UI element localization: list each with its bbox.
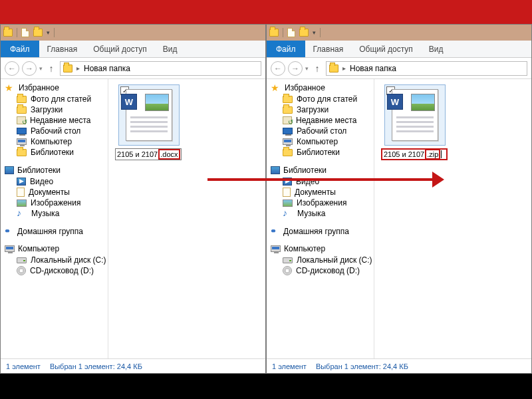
tab-file[interactable]: Файл [267,41,305,57]
filename-extension: .zip [425,149,440,160]
breadcrumb-current[interactable]: Новая папка [350,64,396,73]
sidebar-item-pictures[interactable]: Изображения [5,198,105,208]
forward-button[interactable]: → [288,61,303,76]
word-document-icon: W [392,89,438,141]
ribbon-tabs: Файл Главная Общий доступ Вид [267,41,531,58]
sidebar-item-libraries-fav[interactable]: Библиотеки [5,147,105,158]
sidebar-item-recent[interactable]: Недавние места [5,115,105,126]
sidebar-item-downloads[interactable]: Загрузки [5,104,105,115]
rename-input[interactable]: 2105 и 2107 .docx [115,148,182,160]
sidebar-item-photos[interactable]: Фото для статей [5,94,105,104]
sidebar-item-libraries-fav[interactable]: Библиотеки [271,147,371,158]
file-item-selected[interactable]: ✓ W 2105 и 2107 .docx [115,84,183,160]
sidebar-item-label: Локальный диск (C:) [297,255,372,265]
sidebar-item-desktop[interactable]: Рабочий стол [271,126,371,136]
annotation-arrow [207,178,436,181]
text-caret [441,150,442,158]
history-dropdown-icon[interactable]: ▾ [305,65,309,72]
sidebar-item-label: Рабочий стол [31,126,80,136]
sidebar-item-photos[interactable]: Фото для статей [271,94,371,104]
sidebar-item-label: Локальный диск (C:) [31,255,106,265]
breadcrumb-current[interactable]: Новая папка [84,64,130,73]
sidebar-item-label: Рабочий стол [297,126,346,136]
drive-icon [283,257,293,263]
sidebar-item-music[interactable]: Музыка [271,208,371,219]
sidebar-item-music[interactable]: Музыка [5,208,105,219]
sidebar-item-computer-fav[interactable]: Компьютер [271,136,371,147]
sidebar-item-drive-c[interactable]: Локальный диск (C:) [271,255,371,265]
title-bar[interactable]: ▾ [267,25,531,41]
sidebar-item-computer-fav[interactable]: Компьютер [5,136,105,147]
annotation-red-band [0,0,532,24]
file-thumbnail[interactable]: ✓ W [384,84,446,146]
sidebar-item-drive-c[interactable]: Локальный диск (C:) [5,255,105,265]
address-bar[interactable]: ▸ Новая папка [60,61,261,76]
sidebar-item-label: Компьютер [31,137,72,146]
up-button[interactable]: ↑ [311,63,323,74]
sidebar-item-videos[interactable]: Видео [5,176,105,187]
properties-icon[interactable] [21,28,29,37]
libraries-icon [5,166,14,174]
libraries-icon [17,149,27,156]
sidebar-item-recent[interactable]: Недавние места [271,115,371,126]
letterbox-bottom [0,374,532,399]
file-list-pane[interactable]: ✓ W 2105 и 2107 .zip [374,79,531,358]
history-dropdown-icon[interactable]: ▾ [39,65,43,72]
qat-dropdown-icon[interactable]: ▾ [47,29,50,36]
chevron-right-icon[interactable]: ▸ [342,65,346,72]
back-button[interactable]: ← [271,61,285,76]
recent-icon [283,116,292,124]
folder-icon [283,96,293,103]
sidebar-item-label: Музыка [297,209,325,218]
up-button[interactable]: ↑ [45,63,57,74]
group-computer[interactable]: Компьютер [284,244,325,253]
tab-home[interactable]: Главная [305,41,352,57]
tab-home[interactable]: Главная [39,41,86,57]
sidebar-item-documents[interactable]: Документы [271,187,371,198]
chevron-right-icon[interactable]: ▸ [76,65,80,72]
rename-input[interactable]: 2105 и 2107 .zip [381,148,448,160]
folder-icon [329,65,338,72]
status-bar: 1 элемент Выбран 1 элемент: 24,4 КБ [267,358,531,373]
navigation-pane[interactable]: ★Избранное Фото для статей Загрузки Неда… [1,79,108,358]
group-libraries[interactable]: Библиотеки [17,166,61,175]
sidebar-item-documents[interactable]: Документы [5,187,105,198]
group-computer[interactable]: Компьютер [18,244,59,253]
sidebar-item-downloads[interactable]: Загрузки [271,104,371,115]
file-list-pane[interactable]: ✓ W 2105 и 2107 .docx [108,79,265,358]
sidebar-item-drive-d[interactable]: CD-дисковод (D:) [5,265,105,276]
file-thumbnail[interactable]: ✓ W [118,84,180,146]
tab-share[interactable]: Общий доступ [351,41,421,57]
group-favorites[interactable]: Избранное [19,83,59,92]
group-homegroup[interactable]: Домашняя группа [17,227,83,236]
back-button[interactable]: ← [5,61,19,76]
properties-icon[interactable] [287,28,295,37]
video-icon [17,178,26,186]
address-bar[interactable]: ▸ Новая папка [326,61,527,76]
folder-icon [17,106,27,114]
file-item-selected[interactable]: ✓ W 2105 и 2107 .zip [381,84,449,160]
sidebar-item-drive-d[interactable]: CD-дисковод (D:) [271,265,371,276]
group-favorites[interactable]: Избранное [285,83,325,92]
drive-icon [17,257,27,263]
navigation-row: ← → ▾ ↑ ▸ Новая папка [1,58,265,79]
forward-button[interactable]: → [22,61,37,76]
computer-icon [17,138,27,145]
sidebar-item-label: Изображения [297,198,346,207]
tab-share[interactable]: Общий доступ [85,41,155,57]
title-bar[interactable]: ▾ [1,25,265,41]
sidebar-item-pictures[interactable]: Изображения [271,198,371,208]
group-homegroup[interactable]: Домашняя группа [283,227,349,236]
new-folder-icon[interactable] [299,29,309,37]
group-libraries[interactable]: Библиотеки [283,166,327,175]
tab-file[interactable]: Файл [1,41,39,57]
qat-dropdown-icon[interactable]: ▾ [313,29,316,36]
tab-view[interactable]: Вид [155,41,186,57]
navigation-pane[interactable]: ★Избранное Фото для статей Загрузки Неда… [267,79,374,358]
sidebar-item-label: Компьютер [297,137,338,146]
folder-icon [17,96,27,103]
sidebar-item-desktop[interactable]: Рабочий стол [5,126,105,136]
tab-view[interactable]: Вид [421,41,452,57]
status-selection-info: Выбран 1 элемент: 24,4 КБ [316,362,408,370]
new-folder-icon[interactable] [33,29,43,37]
